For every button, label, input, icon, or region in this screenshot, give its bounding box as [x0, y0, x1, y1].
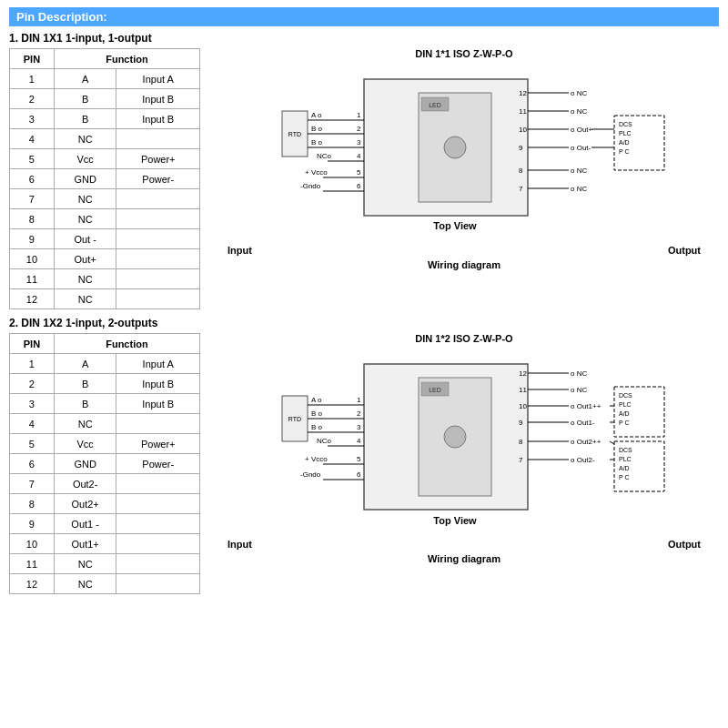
table-row: 9Out1 - — [10, 514, 200, 534]
pin-func: Out2- — [54, 474, 116, 494]
pin-desc — [116, 554, 200, 574]
svg-text:A o: A o — [311, 396, 322, 404]
pin-desc — [116, 414, 200, 434]
table-row: 1AInput A — [10, 354, 200, 374]
svg-text:3: 3 — [357, 138, 361, 147]
svg-text:A o: A o — [311, 111, 322, 119]
table-row: 7NC — [10, 189, 200, 209]
section1-wiring-label: Wiring diagram — [428, 259, 500, 270]
svg-text:o NC: o NC — [571, 386, 587, 394]
pin-func: NC — [54, 129, 116, 149]
pin-func: NC — [54, 554, 116, 574]
section2-diagram-area: DIN 1*2 ISO Z-W-P-O LED RTD — [209, 333, 719, 594]
svg-text:+ Vcco: + Vcco — [305, 455, 328, 463]
svg-text:Top View: Top View — [433, 515, 477, 526]
pin-desc — [116, 129, 200, 149]
svg-text:12: 12 — [519, 369, 527, 378]
pin-func: NC — [54, 414, 116, 434]
pin-func: Vcc — [54, 149, 116, 169]
pin-number: 10 — [10, 534, 55, 554]
table-row: 3BInput B — [10, 394, 200, 414]
pin-desc — [116, 289, 200, 309]
table-row: 2BInput B — [10, 89, 200, 109]
pin-number: 5 — [10, 149, 55, 169]
svg-text:-Gndo: -Gndo — [300, 182, 321, 190]
pin-desc: Input A — [116, 69, 200, 89]
svg-text:NCo: NCo — [317, 437, 332, 445]
svg-text:o Out1++: o Out1++ — [571, 402, 602, 410]
pin-desc: Power- — [116, 169, 200, 189]
pin-number: 2 — [10, 374, 55, 394]
pin-number: 7 — [10, 474, 55, 494]
pin-number: 6 — [10, 169, 55, 189]
svg-text:2: 2 — [357, 410, 361, 418]
pin-func: B — [54, 394, 116, 414]
pin-func: NC — [54, 289, 116, 309]
table-row: 4NC — [10, 414, 200, 434]
svg-text:4: 4 — [357, 152, 361, 160]
pin-func: NC — [54, 574, 116, 594]
table-row: 12NC — [10, 289, 200, 309]
svg-text:o NC: o NC — [571, 185, 587, 193]
svg-text:P C: P C — [619, 420, 630, 426]
svg-text:B o: B o — [311, 410, 323, 418]
svg-text:2: 2 — [357, 125, 361, 133]
pin-number: 3 — [10, 394, 55, 414]
table-row: 1AInput A — [10, 69, 200, 89]
section1-output-label: Output — [668, 245, 701, 256]
pin-func: B — [54, 89, 116, 109]
svg-text:o Out+: o Out+ — [571, 126, 593, 134]
svg-text:B o: B o — [311, 138, 323, 147]
col-header-func1: Function — [54, 49, 199, 69]
svg-text:+ Vcco: + Vcco — [305, 168, 328, 177]
table-row: 5VccPower+ — [10, 149, 200, 169]
svg-text:NCo: NCo — [317, 152, 332, 160]
pin-func: B — [54, 374, 116, 394]
svg-text:Top View: Top View — [433, 220, 477, 231]
table-row: 5VccPower+ — [10, 434, 200, 454]
svg-text:12: 12 — [519, 89, 527, 97]
svg-text:7: 7 — [519, 185, 523, 193]
section1-input-label: Input — [228, 245, 252, 256]
section2-wiring-svg: LED RTD A o 1 B o 2 B o 3 — [255, 346, 673, 537]
svg-text:o NC: o NC — [571, 107, 587, 116]
svg-text:RTD: RTD — [288, 416, 301, 422]
svg-text:P C: P C — [619, 474, 630, 480]
pin-desc — [116, 269, 200, 289]
section2-pin-table: PIN Function 1AInput A2BInput B3BInput B… — [9, 333, 200, 594]
pin-desc — [116, 474, 200, 494]
pin-number: 7 — [10, 189, 55, 209]
pin-number: 3 — [10, 109, 55, 129]
table-row: 7Out2- — [10, 474, 200, 494]
pin-desc: Power+ — [116, 149, 200, 169]
svg-text:PLC: PLC — [619, 456, 632, 462]
svg-text:PLC: PLC — [619, 401, 632, 408]
section1-wiring-svg: LED RTD A o 1 B o 2 — [255, 61, 673, 243]
svg-text:o Out2-: o Out2- — [571, 456, 595, 464]
section1: 1. DIN 1X1 1-input, 1-output PIN Functio… — [9, 32, 719, 309]
svg-text:8: 8 — [519, 167, 523, 175]
section2-diagram-title: DIN 1*2 ISO Z-W-P-O — [415, 333, 512, 344]
pin-number: 2 — [10, 89, 55, 109]
svg-point-2 — [444, 136, 466, 158]
table-row: 3BInput B — [10, 109, 200, 129]
svg-text:6: 6 — [357, 182, 361, 190]
svg-text:o Out2++: o Out2++ — [571, 438, 602, 446]
svg-text:3: 3 — [357, 423, 361, 431]
svg-text:o Out-: o Out- — [571, 144, 592, 152]
table-row: 12NC — [10, 574, 200, 594]
pin-func: GND — [54, 454, 116, 474]
svg-text:8: 8 — [519, 438, 523, 446]
section2: 2. DIN 1X2 1-input, 2-outputs PIN Functi… — [9, 317, 719, 594]
section2-input-label: Input — [228, 539, 252, 550]
svg-text:11: 11 — [519, 386, 527, 394]
table-row: 2BInput B — [10, 374, 200, 394]
table-row: 6GNDPower- — [10, 454, 200, 474]
table-row: 4NC — [10, 129, 200, 149]
col-header-func2: Function — [54, 334, 199, 354]
svg-text:DCS: DCS — [619, 447, 632, 453]
pin-func: Out2+ — [54, 494, 116, 514]
page-title: Pin Description: — [9, 7, 719, 26]
pin-func: Out - — [54, 229, 116, 249]
svg-text:o NC: o NC — [571, 369, 587, 378]
